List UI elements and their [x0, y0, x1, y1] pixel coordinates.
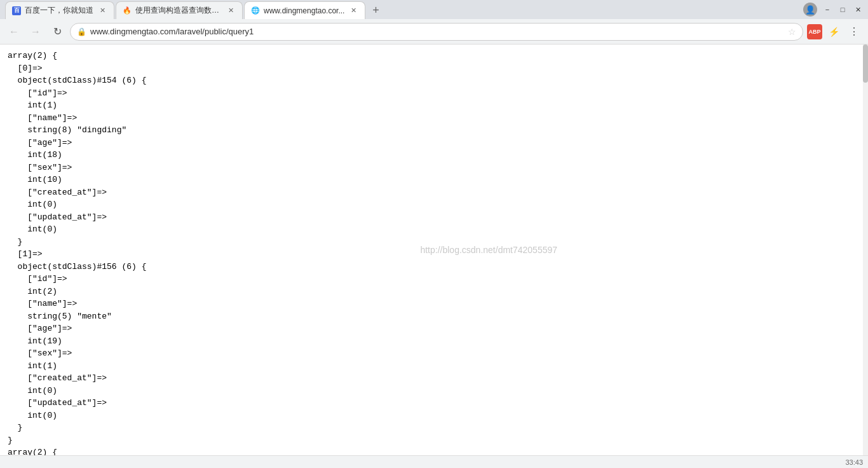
tab-title-baidu: 百度一下，你就知道 [25, 5, 93, 16]
tab-dingmengtao[interactable]: 🌐 www.dingmengtao.cor... ✕ [244, 1, 365, 19]
lock-icon: 🔒 [77, 27, 86, 36]
new-tab-button[interactable]: + [367, 1, 384, 19]
back-button[interactable]: ← [5, 23, 23, 41]
address-bar-container: 🔒 ☆ [70, 23, 803, 41]
browser-frame: 百 百度一下，你就知道 ✕ 🔥 使用查询构造器查询数据... ✕ 🌐 www.d… [0, 0, 868, 468]
profile-icon: 👤 [803, 3, 817, 17]
tab-title-dingmengtao: www.dingmengtao.cor... [264, 6, 344, 15]
refresh-button[interactable]: ↻ [48, 23, 66, 41]
window-controls: 👤 − □ ✕ [803, 3, 863, 17]
scrollbar-track[interactable] [863, 45, 868, 455]
tab-close-dingmengtao[interactable]: ✕ [348, 6, 358, 16]
status-bar: 33:43 [0, 455, 868, 468]
scrollbar-thumb[interactable] [863, 45, 868, 83]
tab-favicon-query: 🔥 [123, 6, 132, 15]
bookmark-icon[interactable]: ☆ [788, 27, 796, 37]
tab-baidu[interactable]: 百 百度一下，你就知道 ✕ [5, 1, 114, 19]
tab-favicon-baidu: 百 [12, 6, 21, 15]
status-time: 33:43 [845, 458, 863, 466]
title-bar: 百 百度一下，你就知道 ✕ 🔥 使用查询构造器查询数据... ✕ 🌐 www.d… [0, 0, 868, 19]
extension-button[interactable]: ⚡ [825, 23, 843, 41]
close-button[interactable]: ✕ [853, 4, 863, 15]
minimize-button[interactable]: − [822, 4, 832, 15]
forward-button[interactable]: → [27, 23, 44, 41]
tab-title-query: 使用查询构造器查询数据... [135, 5, 222, 16]
content-area: http://blog.csdn.net/dmt742055597 array(… [0, 45, 868, 455]
tab-favicon-dingmengtao: 🌐 [251, 6, 260, 15]
tab-close-query[interactable]: ✕ [226, 6, 236, 16]
tab-query[interactable]: 🔥 使用查询构造器查询数据... ✕ [116, 1, 243, 19]
abp-button[interactable]: ABP [807, 24, 822, 39]
nav-bar: ← → ↻ 🔒 ☆ ABP ⚡ ⋮ [0, 19, 868, 45]
code-output: array(2) { [0]=> object(stdClass)#154 (6… [8, 50, 860, 455]
menu-button[interactable]: ⋮ [845, 23, 863, 41]
maximize-button[interactable]: □ [837, 4, 848, 15]
nav-actions: ABP ⚡ ⋮ [807, 23, 863, 41]
address-input[interactable] [90, 27, 784, 36]
tab-close-baidu[interactable]: ✕ [97, 6, 107, 16]
